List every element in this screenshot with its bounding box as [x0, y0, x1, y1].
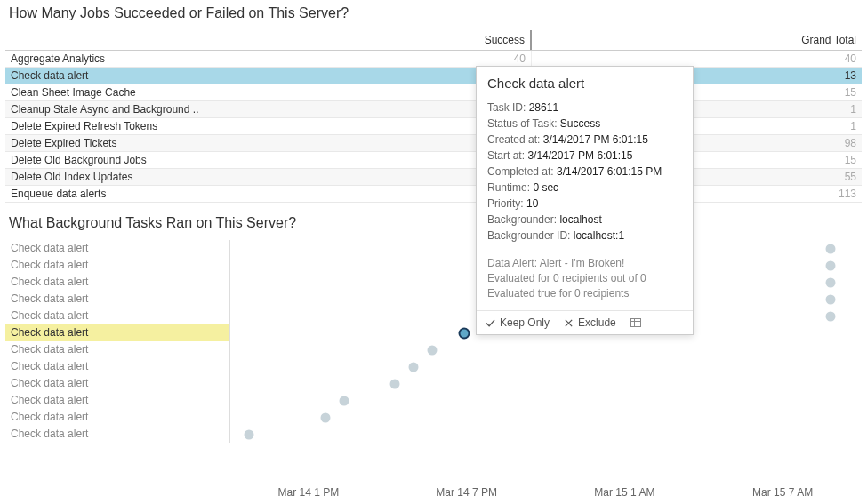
keep-only-button[interactable]: Keep Only — [486, 316, 550, 329]
tooltip-status: Success — [560, 117, 600, 130]
tooltip-extra-line: Data Alert: Alert - I'm Broken! — [487, 256, 682, 271]
table-row[interactable]: Check data alert13 — [5, 68, 862, 84]
timeline-dot[interactable] — [825, 260, 835, 270]
table-row[interactable]: Delete Old Background Jobs15 — [5, 152, 862, 169]
timeline-dot[interactable] — [825, 311, 835, 321]
task-row-label[interactable]: Check data alert — [5, 274, 229, 291]
table-row[interactable]: Clean Sheet Image Cache15 — [5, 84, 862, 101]
job-name: Delete Old Background Jobs — [5, 152, 229, 168]
tasks-section-title: What Background Tasks Ran on This Server… — [0, 210, 867, 240]
job-grand-total: 40 — [532, 51, 862, 67]
task-row-label[interactable]: Check data alert — [5, 409, 229, 426]
timeline-dot[interactable] — [458, 327, 470, 339]
tasks-timeline: Check data alertCheck data alertCheck da… — [5, 240, 862, 443]
table-row[interactable]: Delete Expired Refresh Tokens1 — [5, 118, 862, 135]
view-data-icon[interactable] — [630, 318, 641, 327]
table-row[interactable]: Delete Expired Tickets98 — [5, 135, 862, 152]
jobs-section-title: How Many Jobs Succeeded or Failed on Thi… — [0, 0, 867, 30]
table-row[interactable]: Delete Old Index Updates55 — [5, 169, 862, 186]
task-row-label[interactable]: Check data alert — [5, 358, 229, 375]
tooltip-created: 3/14/2017 PM 6:01:15 — [543, 133, 648, 146]
tooltip-extra-line: Evaluated true for 0 recipients — [487, 286, 682, 301]
tooltip-extra-line: Evaluated for 0 recipients out of 0 — [487, 271, 682, 286]
job-name: Clean Sheet Image Cache — [5, 84, 229, 100]
job-name: Enqueue data alerts — [5, 186, 229, 202]
tooltip-backgrounder-id: localhost:1 — [574, 229, 624, 242]
exclude-button[interactable]: Exclude — [564, 316, 616, 329]
tooltip-runtime: 0 sec — [533, 181, 558, 194]
job-name: Cleanup Stale Async and Background .. — [5, 101, 229, 117]
table-row[interactable]: Enqueue data alerts113 — [5, 186, 862, 203]
x-axis-tick: Mar 15 7 AM — [703, 486, 862, 499]
close-icon — [564, 318, 574, 328]
task-row-label[interactable]: Check data alert — [5, 392, 229, 409]
timeline-dot[interactable] — [389, 379, 399, 388]
timeline-dot[interactable] — [825, 244, 835, 253]
timeline-x-axis: Mar 14 1 PMMar 14 7 PMMar 15 1 AMMar 15 … — [229, 486, 862, 499]
timeline-dot[interactable] — [825, 277, 835, 287]
timeline-dot[interactable] — [825, 294, 835, 304]
task-row-label[interactable]: Check data alert — [5, 426, 229, 443]
job-success-count: 40 — [229, 51, 532, 67]
tooltip-priority: 10 — [526, 197, 538, 210]
tooltip-backgrounder: localhost — [559, 213, 601, 226]
task-row-label[interactable]: Check data alert — [5, 308, 229, 324]
job-name: Delete Expired Tickets — [5, 135, 229, 151]
x-axis-tick: Mar 14 1 PM — [229, 486, 388, 499]
jobs-table-header: Success Grand Total — [5, 30, 862, 51]
table-row[interactable]: Aggregate Analytics4040 — [5, 51, 862, 68]
datapoint-tooltip: Check data alert Task ID: 28611 Status o… — [476, 66, 694, 335]
timeline-dot[interactable] — [408, 362, 418, 372]
task-row-label[interactable]: Check data alert — [5, 257, 229, 274]
tooltip-title: Check data alert — [487, 76, 682, 91]
task-row-label[interactable]: Check data alert — [5, 375, 229, 392]
task-row-label[interactable]: Check data alert — [5, 240, 229, 257]
x-axis-tick: Mar 15 1 AM — [546, 486, 704, 499]
job-name: Aggregate Analytics — [5, 51, 229, 67]
tooltip-completed: 3/14/2017 6:01:15 PM — [557, 165, 662, 178]
table-row[interactable]: Cleanup Stale Async and Background ..1 — [5, 101, 862, 118]
timeline-dot[interactable] — [428, 345, 438, 355]
task-row-label[interactable]: Check data alert — [5, 341, 229, 358]
check-icon — [486, 318, 495, 328]
tooltip-task-id: 28611 — [529, 101, 558, 114]
jobs-table: Success Grand Total Aggregate Analytics4… — [5, 30, 862, 203]
x-axis-tick: Mar 14 7 PM — [388, 486, 546, 499]
job-name: Check data alert — [5, 68, 229, 84]
timeline-dot[interactable] — [339, 396, 349, 405]
job-name: Delete Old Index Updates — [5, 169, 229, 185]
tooltip-start: 3/14/2017 PM 6:01:15 — [527, 149, 632, 162]
timeline-dot[interactable] — [320, 412, 330, 422]
col-grand-header[interactable]: Grand Total — [532, 30, 862, 50]
task-row-label[interactable]: Check data alert — [5, 324, 229, 341]
timeline-dot[interactable] — [245, 429, 254, 439]
col-success-header[interactable]: Success — [229, 30, 532, 50]
job-name: Delete Expired Refresh Tokens — [5, 118, 229, 134]
task-row-label[interactable]: Check data alert — [5, 291, 229, 308]
